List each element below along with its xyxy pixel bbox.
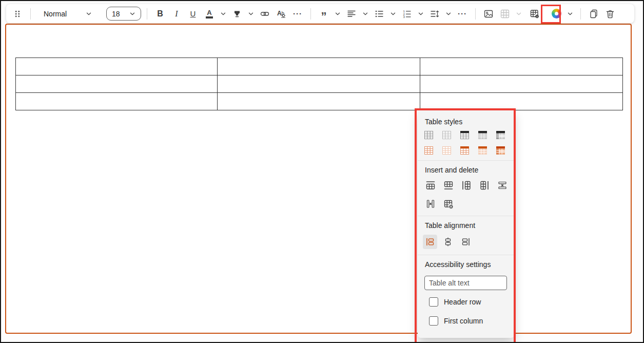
- gear-glyph: [535, 14, 539, 18]
- editor-window: Normal 18 B I U A: [0, 0, 644, 343]
- align-table-right-button[interactable]: [459, 235, 473, 249]
- paragraph-style-dropdown[interactable]: Normal: [37, 7, 98, 21]
- editor-canvas[interactable]: [5, 24, 632, 334]
- line-spacing-button[interactable]: [427, 7, 442, 21]
- chevron-down-icon: [220, 11, 226, 17]
- bold-icon: B: [157, 9, 163, 18]
- bullet-list-icon: [374, 9, 384, 19]
- more-paragraph-options-button[interactable]: ···: [455, 7, 470, 21]
- delete-columns-button[interactable]: [424, 198, 437, 210]
- drag-handle[interactable]: [10, 7, 25, 21]
- highlight-dropdown[interactable]: [246, 7, 256, 21]
- align-dropdown[interactable]: [361, 7, 370, 21]
- quote-button[interactable]: ”: [317, 7, 331, 21]
- toolbar-divider: [147, 8, 147, 20]
- section-label-table-alignment: Table alignment: [425, 221, 514, 230]
- toolbar-divider: [310, 8, 311, 20]
- table-settings-icon: [530, 9, 540, 19]
- table-cell[interactable]: [218, 58, 420, 75]
- numbered-list-button[interactable]: 123: [400, 7, 414, 21]
- more-text-options-button[interactable]: ···: [290, 7, 305, 21]
- table-cell[interactable]: [16, 75, 218, 93]
- paragraph-style-value: Normal: [44, 10, 67, 18]
- bold-button[interactable]: B: [153, 7, 167, 21]
- style-grid-light[interactable]: [442, 131, 451, 139]
- style-banded-accent[interactable]: [478, 146, 487, 155]
- bullet-list-dropdown[interactable]: [388, 7, 398, 21]
- table-cell[interactable]: [16, 58, 218, 75]
- bullet-list-button[interactable]: [372, 7, 386, 21]
- align-table-center-button[interactable]: [441, 235, 455, 249]
- underline-icon: U: [190, 9, 196, 18]
- header-row-label: Header row: [444, 298, 481, 306]
- section-divider: [418, 160, 514, 161]
- section-label-table-styles: Table styles: [425, 118, 514, 126]
- line-spacing-dropdown[interactable]: [444, 7, 453, 21]
- underline-button[interactable]: U: [186, 7, 200, 21]
- italic-icon: I: [175, 9, 178, 18]
- copy-button[interactable]: [587, 7, 601, 21]
- table-settings-button[interactable]: [528, 7, 542, 21]
- highlight-button[interactable]: [230, 7, 244, 21]
- delete-table-button[interactable]: [442, 198, 455, 210]
- toolbar-divider: [475, 8, 476, 20]
- align-table-right-icon: [461, 237, 471, 246]
- insert-delete-row-1: [424, 179, 514, 192]
- insert-column-right-button[interactable]: [478, 179, 491, 192]
- italic-button[interactable]: I: [169, 7, 184, 21]
- image-icon: [483, 9, 494, 19]
- trash-icon: [605, 9, 615, 19]
- copilot-icon: [552, 9, 561, 18]
- font-color-button[interactable]: A: [202, 7, 217, 21]
- table-styles-row-1: [424, 131, 514, 139]
- copilot-button[interactable]: [549, 7, 563, 21]
- table-cell[interactable]: [16, 93, 218, 110]
- delete-button[interactable]: [603, 7, 617, 21]
- style-plain-table[interactable]: [424, 131, 433, 139]
- font-size-dropdown[interactable]: 18: [106, 7, 141, 21]
- numbered-list-dropdown[interactable]: [416, 7, 425, 21]
- delete-columns-icon: [425, 199, 436, 209]
- style-header-accent[interactable]: [460, 146, 469, 155]
- table-cell[interactable]: [420, 58, 623, 75]
- insert-column-left-icon: [461, 180, 472, 190]
- style-header-dark[interactable]: [460, 131, 469, 139]
- clear-formatting-button[interactable]: A b: [274, 7, 288, 21]
- table-row: [16, 93, 623, 110]
- align-button[interactable]: [344, 7, 359, 21]
- insert-table-button[interactable]: [498, 7, 512, 21]
- header-row-checkbox[interactable]: [429, 297, 438, 307]
- clear-formatting-icon: A b: [276, 9, 286, 19]
- table-alt-text-input[interactable]: [424, 276, 507, 290]
- link-button[interactable]: [258, 7, 272, 21]
- first-column-checkbox[interactable]: [429, 316, 438, 326]
- copilot-dropdown[interactable]: [565, 7, 575, 21]
- insert-row-below-button[interactable]: [442, 179, 455, 192]
- highlighter-icon: [232, 9, 242, 19]
- align-table-left-button[interactable]: [423, 235, 437, 249]
- style-grid-accent[interactable]: [424, 146, 433, 155]
- document-table[interactable]: [15, 58, 623, 110]
- insert-table-dropdown[interactable]: [514, 7, 523, 21]
- section-label-accessibility: Accessibility settings: [425, 260, 514, 269]
- font-color-dropdown[interactable]: [219, 7, 228, 21]
- insert-delete-row-2: [424, 198, 514, 210]
- link-icon: [260, 9, 270, 19]
- delete-rows-button[interactable]: [496, 179, 509, 192]
- insert-column-left-button[interactable]: [460, 179, 473, 192]
- style-banded-dark[interactable]: [478, 131, 487, 139]
- style-banded-first-column-accent[interactable]: [496, 146, 505, 155]
- style-banded-first-column-dark[interactable]: [496, 131, 505, 139]
- quote-icon: ”: [321, 9, 327, 19]
- table-cell[interactable]: [218, 75, 420, 93]
- quote-dropdown[interactable]: [333, 7, 342, 21]
- table-cell[interactable]: [420, 93, 623, 110]
- table-cell[interactable]: [420, 75, 623, 93]
- table-cell[interactable]: [218, 93, 420, 110]
- formatting-toolbar: Normal 18 B I U A: [6, 4, 634, 23]
- insert-image-button[interactable]: [481, 7, 496, 21]
- style-grid-accent-light[interactable]: [442, 146, 451, 155]
- insert-row-above-button[interactable]: [424, 179, 437, 192]
- section-divider: [418, 216, 514, 216]
- chevron-down-icon: [390, 11, 396, 17]
